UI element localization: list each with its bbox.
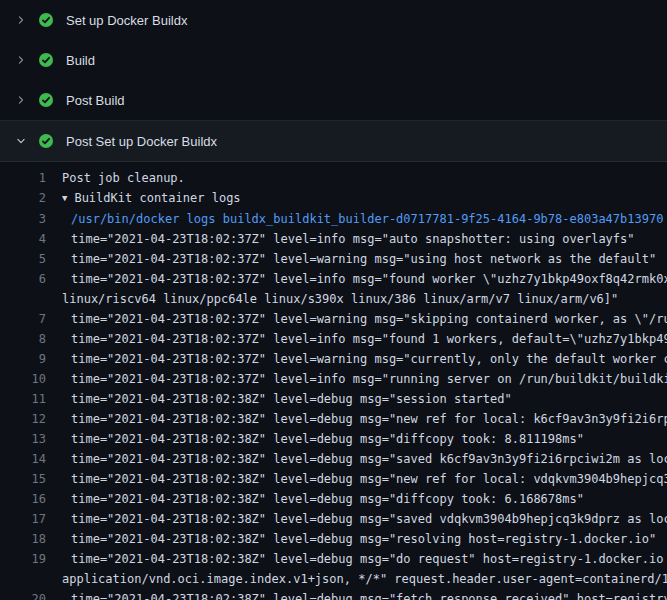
log-line: 20time="2021-04-23T18:02:38Z" level=debu… bbox=[0, 589, 667, 600]
github-actions-log-viewer: Set up Docker BuildxBuildPost BuildPost … bbox=[0, 0, 667, 600]
log-text: time="2021-04-23T18:02:38Z" level=debug … bbox=[62, 429, 667, 449]
step-header-post-build[interactable]: Post Build bbox=[0, 80, 667, 120]
line-number[interactable]: 6 bbox=[0, 269, 46, 289]
log-line: 7time="2021-04-23T18:02:37Z" level=warni… bbox=[0, 309, 667, 329]
log-text: Post job cleanup. bbox=[62, 168, 667, 188]
log-line: 9time="2021-04-23T18:02:37Z" level=warni… bbox=[0, 349, 667, 369]
log-line: 18time="2021-04-23T18:02:38Z" level=debu… bbox=[0, 529, 667, 549]
log-output: 1Post job cleanup.2▼BuildKit container l… bbox=[0, 162, 667, 600]
line-number[interactable]: 12 bbox=[0, 409, 46, 429]
log-line: 11time="2021-04-23T18:02:38Z" level=debu… bbox=[0, 389, 667, 409]
log-line: 15time="2021-04-23T18:02:38Z" level=debu… bbox=[0, 469, 667, 489]
log-line: 8time="2021-04-23T18:02:37Z" level=info … bbox=[0, 329, 667, 349]
log-text: time="2021-04-23T18:02:38Z" level=debug … bbox=[62, 489, 667, 509]
log-line: 3/usr/bin/docker logs buildx_buildkit_bu… bbox=[0, 209, 667, 229]
line-number[interactable]: 15 bbox=[0, 469, 46, 489]
log-text: time="2021-04-23T18:02:38Z" level=debug … bbox=[62, 389, 667, 409]
line-number[interactable]: 8 bbox=[0, 329, 46, 349]
step-title: Build bbox=[66, 53, 95, 68]
log-line: 16time="2021-04-23T18:02:38Z" level=debu… bbox=[0, 489, 667, 509]
log-text: time="2021-04-23T18:02:38Z" level=debug … bbox=[62, 469, 667, 489]
log-text: time="2021-04-23T18:02:38Z" level=debug … bbox=[62, 549, 667, 569]
log-text: time="2021-04-23T18:02:37Z" level=warnin… bbox=[62, 249, 667, 269]
triangle-down-icon: ▼ bbox=[62, 188, 67, 208]
log-text: time="2021-04-23T18:02:37Z" level=warnin… bbox=[62, 349, 667, 369]
log-text: time="2021-04-23T18:02:38Z" level=debug … bbox=[62, 509, 667, 529]
line-number[interactable]: 10 bbox=[0, 369, 46, 389]
log-line: 6time="2021-04-23T18:02:37Z" level=info … bbox=[0, 269, 667, 289]
line-number bbox=[0, 569, 46, 589]
chevron-right-icon bbox=[14, 55, 28, 65]
log-text: time="2021-04-23T18:02:38Z" level=debug … bbox=[62, 449, 667, 469]
log-text: time="2021-04-23T18:02:37Z" level=info m… bbox=[62, 269, 667, 289]
line-number[interactable]: 5 bbox=[0, 249, 46, 269]
log-line: 5time="2021-04-23T18:02:37Z" level=warni… bbox=[0, 249, 667, 269]
step-header-post-set-up-docker-buildx[interactable]: Post Set up Docker Buildx bbox=[0, 120, 667, 162]
log-line: 2▼BuildKit container logs bbox=[0, 188, 667, 209]
line-number[interactable]: 2 bbox=[0, 188, 46, 209]
group-header[interactable]: ▼BuildKit container logs bbox=[62, 188, 667, 209]
log-text: time="2021-04-23T18:02:37Z" level=warnin… bbox=[62, 309, 667, 329]
line-number bbox=[0, 289, 46, 309]
log-text: time="2021-04-23T18:02:38Z" level=debug … bbox=[62, 409, 667, 429]
log-line: 1Post job cleanup. bbox=[0, 168, 667, 188]
check-circle-icon bbox=[38, 12, 54, 28]
log-line: application/vnd.oci.image.index.v1+json,… bbox=[0, 569, 667, 589]
line-number[interactable]: 4 bbox=[0, 229, 46, 249]
log-text: linux/riscv64 linux/ppc64le linux/s390x … bbox=[62, 289, 667, 309]
step-title: Set up Docker Buildx bbox=[66, 13, 187, 28]
log-text: application/vnd.oci.image.index.v1+json,… bbox=[62, 569, 667, 589]
log-line: linux/riscv64 linux/ppc64le linux/s390x … bbox=[0, 289, 667, 309]
chevron-down-icon bbox=[14, 136, 28, 146]
line-number[interactable]: 19 bbox=[0, 549, 46, 569]
line-number[interactable]: 14 bbox=[0, 449, 46, 469]
group-label: BuildKit container logs bbox=[74, 191, 240, 205]
step-title: Post Build bbox=[66, 93, 125, 108]
line-number[interactable]: 16 bbox=[0, 489, 46, 509]
line-number[interactable]: 18 bbox=[0, 529, 46, 549]
steps-list: Set up Docker BuildxBuildPost BuildPost … bbox=[0, 0, 667, 162]
log-line: 13time="2021-04-23T18:02:38Z" level=debu… bbox=[0, 429, 667, 449]
line-number[interactable]: 1 bbox=[0, 168, 46, 188]
line-number[interactable]: 9 bbox=[0, 349, 46, 369]
log-text: time="2021-04-23T18:02:38Z" level=debug … bbox=[62, 589, 667, 600]
step-header-build[interactable]: Build bbox=[0, 40, 667, 80]
log-line: 10time="2021-04-23T18:02:37Z" level=info… bbox=[0, 369, 667, 389]
check-circle-icon bbox=[38, 52, 54, 68]
log-text: time="2021-04-23T18:02:37Z" level=info m… bbox=[62, 369, 667, 389]
chevron-right-icon bbox=[14, 95, 28, 105]
command-text: /usr/bin/docker logs buildx_buildkit_bui… bbox=[62, 209, 667, 229]
line-number[interactable]: 17 bbox=[0, 509, 46, 529]
log-line: 4time="2021-04-23T18:02:37Z" level=info … bbox=[0, 229, 667, 249]
line-number[interactable]: 11 bbox=[0, 389, 46, 409]
step-title: Post Set up Docker Buildx bbox=[66, 134, 217, 149]
line-number[interactable]: 3 bbox=[0, 209, 46, 229]
line-number[interactable]: 20 bbox=[0, 589, 46, 600]
check-circle-icon bbox=[38, 133, 54, 149]
log-text: time="2021-04-23T18:02:38Z" level=debug … bbox=[62, 529, 667, 549]
line-number[interactable]: 13 bbox=[0, 429, 46, 449]
chevron-right-icon bbox=[14, 15, 28, 25]
log-text: time="2021-04-23T18:02:37Z" level=info m… bbox=[62, 229, 667, 249]
log-line: 19time="2021-04-23T18:02:38Z" level=debu… bbox=[0, 549, 667, 569]
log-line: 14time="2021-04-23T18:02:38Z" level=debu… bbox=[0, 449, 667, 469]
line-number[interactable]: 7 bbox=[0, 309, 46, 329]
step-header-set-up-docker-buildx[interactable]: Set up Docker Buildx bbox=[0, 0, 667, 40]
log-line: 12time="2021-04-23T18:02:38Z" level=debu… bbox=[0, 409, 667, 429]
log-text: time="2021-04-23T18:02:37Z" level=info m… bbox=[62, 329, 667, 349]
log-line: 17time="2021-04-23T18:02:38Z" level=debu… bbox=[0, 509, 667, 529]
check-circle-icon bbox=[38, 92, 54, 108]
